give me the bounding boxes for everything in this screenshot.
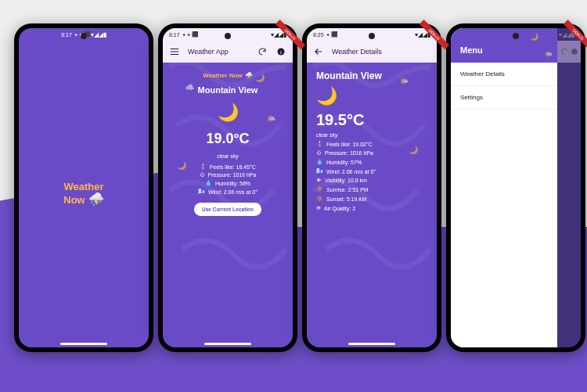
refresh-icon[interactable] xyxy=(257,46,268,57)
app-bar-peek xyxy=(557,41,581,63)
wifi-icon: ▾◢◢▮ xyxy=(91,31,106,38)
splash-logo: Weather Now⛈️ xyxy=(63,182,103,207)
thermometer-icon: 🌡️ xyxy=(316,141,323,147)
moon-icon: 🌙 xyxy=(530,33,538,41)
app-bar: Weather Details xyxy=(307,41,437,63)
sunrise-icon: 🔅 xyxy=(316,186,323,192)
status-time: 8:17 xyxy=(61,32,72,38)
droplet-icon: 💧 xyxy=(205,180,212,186)
metric-wind: 🌬️Wind: 2.06 m/s at 0° xyxy=(198,189,257,195)
status-time: 8:17 xyxy=(169,32,180,38)
back-icon[interactable] xyxy=(313,46,324,57)
metric-sunset: 🔆Sunset: 5:19 AM xyxy=(316,196,366,202)
temperature: 19.0°C xyxy=(206,131,249,147)
metric-feels-like: 🌡️Feels like: 19.02°C xyxy=(316,141,373,147)
metric-wind: 🌬️Wind: 2.06 m/s at 0° xyxy=(316,168,376,174)
info-icon[interactable] xyxy=(571,48,578,56)
brand-badge: Weather Now⛈️ xyxy=(203,72,253,79)
svg-point-2 xyxy=(571,49,578,55)
temperature: 19.5°C xyxy=(316,111,364,129)
drawer-item-weather-details[interactable]: Weather Details xyxy=(451,63,557,86)
metric-feels-like: 🌡️Feels like: 18.45°C xyxy=(200,164,256,170)
phone-drawer: DEBUG ⬥ ⬥ ⬛ ▾◢◢▮ 🌙 🌤️ Menu Weather Detai… xyxy=(446,23,585,352)
weather-description: clear sky xyxy=(217,153,239,159)
droplet-icon: 💧 xyxy=(316,159,323,165)
city-name: Mountain View xyxy=(316,70,382,81)
drawer-header: 🌙 🌤️ Menu xyxy=(451,28,557,63)
appbar-title: Weather App xyxy=(188,48,229,56)
status-bar: 8:17⬥ ⬥ ⬛ ▾◢◢▮ xyxy=(55,28,113,41)
air-icon: ≋ xyxy=(316,205,321,211)
cloud-lightning-icon: ⛈️ xyxy=(245,72,253,79)
nav-drawer: 🌙 🌤️ Menu Weather Details Settings xyxy=(451,28,557,347)
metrics-list: 🌡️Feels like: 18.45°C ⏲Pressure: 1016 hP… xyxy=(198,164,257,195)
menu-icon[interactable] xyxy=(169,46,180,57)
phone-splash: 8:17⬥ ⬥ ⬛ ▾◢◢▮ Weather Now⛈️ xyxy=(14,23,153,352)
city-name: Mountain View xyxy=(198,85,258,95)
sun-icon: 🌤️ xyxy=(544,50,553,58)
metric-humidity: 💧Humidity: 58% xyxy=(205,180,250,186)
appbar-title: Weather Details xyxy=(332,48,382,56)
metric-visibility: 👁Visibility: 10.0 km xyxy=(316,178,367,183)
sunset-icon: 🔆 xyxy=(316,196,323,202)
metrics-list: 🌡️Feels like: 19.02°C ⏲Pressure: 1016 hP… xyxy=(316,141,376,211)
weather-icon: 🌙 xyxy=(218,102,239,123)
metric-air-quality: ≋Air Quality: 2 xyxy=(316,205,355,211)
info-icon[interactable]: i xyxy=(275,46,286,57)
gauge-icon: ⏲ xyxy=(316,150,322,156)
status-bar: 8:17⬥ ⬥ ⬛ ▾◢◢▮ xyxy=(163,28,293,41)
wind-icon: 🌬️ xyxy=(316,168,323,174)
svg-text:i: i xyxy=(280,49,282,56)
use-location-button[interactable]: Use Current Location xyxy=(194,203,261,216)
gauge-icon: ⏲ xyxy=(200,172,205,178)
status-time: 8:25 xyxy=(313,32,324,38)
app-bar: Weather App i xyxy=(163,41,293,63)
eye-icon: 👁 xyxy=(316,178,322,183)
weather-description: clear sky xyxy=(316,132,338,138)
cloud-lightning-icon: ⛈️ xyxy=(88,192,104,206)
metric-pressure: ⏲Pressure: 1016 hPa xyxy=(200,172,257,178)
metric-pressure: ⏲Pressure: 1016 hPa xyxy=(316,150,373,156)
refresh-icon[interactable] xyxy=(560,48,568,56)
phone-details: DEBUG 8:25⬥ ⬛ ▾◢◢▮ Weather Details 🌤️ 🌙 … xyxy=(302,23,441,352)
metric-sunrise: 🔅Sunrise: 2:51 PM xyxy=(316,186,369,192)
status-bar: 8:25⬥ ⬛ ▾◢◢▮ xyxy=(307,28,437,41)
wind-icon: 🌬️ xyxy=(198,189,205,195)
thermometer-icon: 🌡️ xyxy=(200,164,207,170)
metric-humidity: 💧Humidity: 57% xyxy=(316,159,362,165)
weather-icon: 🌙 xyxy=(316,86,337,106)
phone-home: DEBUG 8:17⬥ ⬥ ⬛ ▾◢◢▮ Weather App i ☁️ 🌙 … xyxy=(158,23,297,352)
drawer-item-settings[interactable]: Settings xyxy=(451,86,557,110)
